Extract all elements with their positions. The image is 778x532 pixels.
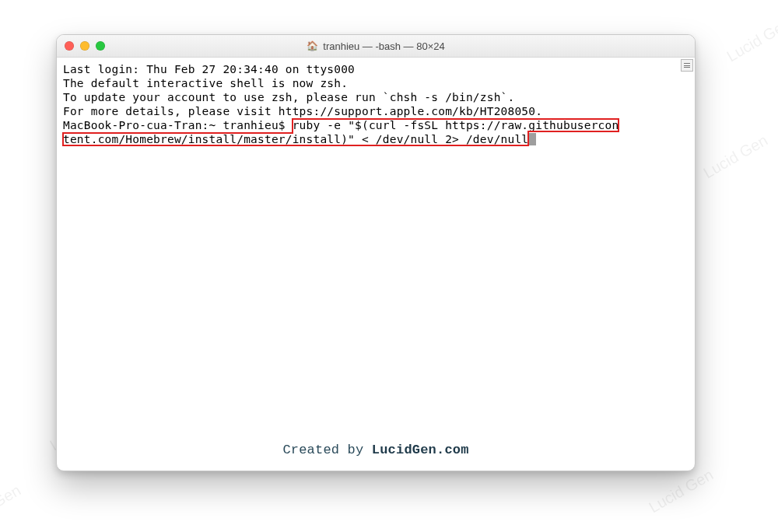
- terminal-line: For more details, please visit https://s…: [63, 104, 690, 118]
- close-button[interactable]: [65, 41, 74, 51]
- command-text-part2: tent.com/Homebrew/install/master/install…: [63, 133, 528, 145]
- window-titlebar[interactable]: 🏠 tranhieu — -bash — 80×24: [57, 35, 695, 58]
- minimize-button[interactable]: [80, 41, 89, 51]
- terminal-body[interactable]: Last login: Thu Feb 27 20:34:40 on ttys0…: [57, 58, 695, 471]
- window-controls: [65, 41, 105, 51]
- scroll-indicator-icon[interactable]: [681, 59, 693, 72]
- home-icon: 🏠: [307, 41, 318, 51]
- footer-credit: Created by LucidGen.com: [57, 443, 695, 457]
- watermark: Lucid Gen: [724, 15, 778, 66]
- terminal-prompt-line: MacBook-Pro-cua-Tran:~ tranhieu$ ruby -e…: [63, 118, 690, 146]
- window-title: 🏠 tranhieu — -bash — 80×24: [57, 40, 695, 52]
- terminal-cursor: [529, 133, 536, 145]
- footer-prefix: Created by: [282, 443, 371, 457]
- command-text-part1: ruby -e "$(curl -fsSL https://raw.github…: [293, 119, 619, 131]
- terminal-line: To update your account to use zsh, pleas…: [63, 90, 690, 104]
- footer-brand: LucidGen.com: [372, 443, 469, 457]
- prompt-text: MacBook-Pro-cua-Tran:~ tranhieu$: [63, 119, 293, 131]
- zoom-button[interactable]: [96, 41, 105, 51]
- terminal-window: 🏠 tranhieu — -bash — 80×24 Last login: T…: [56, 34, 696, 471]
- watermark: Lucid Gen: [646, 466, 716, 517]
- terminal-line: Last login: Thu Feb 27 20:34:40 on ttys0…: [63, 62, 690, 76]
- terminal-line: The default interactive shell is now zsh…: [63, 76, 690, 90]
- window-title-text: tranhieu — -bash — 80×24: [323, 40, 444, 52]
- watermark: Lucid Gen: [0, 481, 24, 532]
- watermark: Lucid Gen: [700, 131, 770, 183]
